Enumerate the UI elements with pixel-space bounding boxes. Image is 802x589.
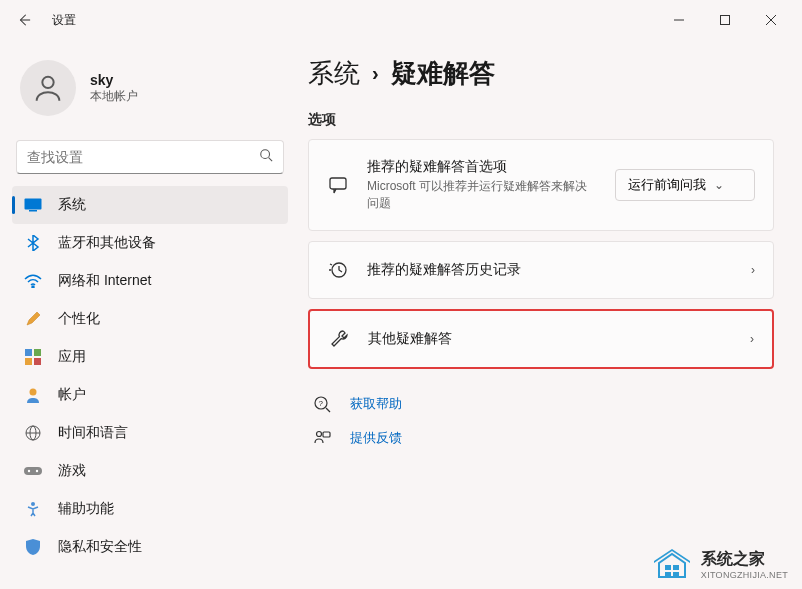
brush-icon xyxy=(24,310,42,328)
chevron-right-icon: › xyxy=(372,62,379,85)
svg-rect-12 xyxy=(25,358,32,365)
avatar xyxy=(20,60,76,116)
svg-rect-28 xyxy=(665,565,671,570)
svg-rect-11 xyxy=(34,349,41,356)
link-label: 提供反馈 xyxy=(350,429,402,447)
card-subtitle: Microsoft 可以推荐并运行疑难解答来解决问题 xyxy=(367,178,587,212)
svg-point-5 xyxy=(261,150,270,159)
chat-icon xyxy=(327,175,349,195)
gamepad-icon xyxy=(24,462,42,480)
breadcrumb: 系统 › 疑难解答 xyxy=(308,56,774,91)
chevron-down-icon: ⌄ xyxy=(714,178,724,192)
sidebar-item-label: 网络和 Internet xyxy=(58,272,151,290)
window-title: 设置 xyxy=(52,12,76,29)
shield-icon xyxy=(24,538,42,556)
wrench-icon xyxy=(328,329,350,349)
svg-point-21 xyxy=(31,502,35,506)
back-button[interactable] xyxy=(8,4,40,36)
watermark-text-cn: 系统之家 xyxy=(701,549,788,570)
search-icon xyxy=(259,148,273,166)
svg-rect-29 xyxy=(673,565,679,570)
section-options-label: 选项 xyxy=(308,111,774,129)
sidebar-item-label: 个性化 xyxy=(58,310,100,328)
sidebar-item-label: 时间和语言 xyxy=(58,424,128,442)
profile-name: sky xyxy=(90,72,138,88)
svg-point-26 xyxy=(317,432,322,437)
card-other-troubleshooters[interactable]: 其他疑难解答 › xyxy=(308,309,774,369)
sidebar-item-label: 辅助功能 xyxy=(58,500,114,518)
sidebar-item-label: 隐私和安全性 xyxy=(58,538,142,556)
sidebar-item-label: 游戏 xyxy=(58,462,86,480)
close-button[interactable] xyxy=(748,4,794,36)
globe-icon xyxy=(24,424,42,442)
sidebar-item-network[interactable]: 网络和 Internet xyxy=(12,262,288,300)
sidebar-item-personalization[interactable]: 个性化 xyxy=(12,300,288,338)
sidebar-item-label: 系统 xyxy=(58,196,86,214)
person-icon xyxy=(24,386,42,404)
sidebar-item-label: 蓝牙和其他设备 xyxy=(58,234,156,252)
preference-select[interactable]: 运行前询问我 ⌄ xyxy=(615,169,755,201)
sidebar-item-label: 应用 xyxy=(58,348,86,366)
svg-rect-13 xyxy=(34,358,41,365)
svg-point-9 xyxy=(32,286,34,288)
link-label: 获取帮助 xyxy=(350,395,402,413)
sidebar-item-label: 帐户 xyxy=(58,386,86,404)
svg-point-14 xyxy=(30,389,37,396)
access-icon xyxy=(24,500,42,518)
svg-rect-18 xyxy=(24,467,42,475)
help-icon: ? xyxy=(312,395,332,413)
feedback-link[interactable]: 提供反馈 xyxy=(308,423,774,453)
get-help-link[interactable]: ? 获取帮助 xyxy=(308,389,774,419)
watermark: 系统之家 XITONGZHIJIA.NET xyxy=(651,547,788,581)
sidebar-item-privacy[interactable]: 隐私和安全性 xyxy=(12,528,288,566)
svg-rect-31 xyxy=(673,572,679,577)
svg-rect-30 xyxy=(665,572,671,577)
card-title: 推荐的疑难解答历史记录 xyxy=(367,261,733,279)
card-history[interactable]: 推荐的疑难解答历史记录 › xyxy=(308,241,774,299)
apps-icon xyxy=(24,348,42,366)
maximize-button[interactable] xyxy=(702,4,748,36)
svg-rect-7 xyxy=(25,199,42,210)
svg-rect-22 xyxy=(330,178,346,189)
svg-point-19 xyxy=(28,470,30,472)
history-icon xyxy=(327,260,349,280)
breadcrumb-current: 疑难解答 xyxy=(391,56,495,91)
sidebar-item-time-language[interactable]: 时间和语言 xyxy=(12,414,288,452)
card-recommended-preferences: 推荐的疑难解答首选项 Microsoft 可以推荐并运行疑难解答来解决问题 运行… xyxy=(308,139,774,231)
user-profile[interactable]: sky 本地帐户 xyxy=(12,48,288,128)
sidebar-item-accessibility[interactable]: 辅助功能 xyxy=(12,490,288,528)
watermark-logo xyxy=(651,547,693,581)
search-input[interactable] xyxy=(27,149,259,165)
svg-line-6 xyxy=(269,158,273,162)
card-title: 推荐的疑难解答首选项 xyxy=(367,158,597,176)
watermark-text-en: XITONGZHIJIA.NET xyxy=(701,570,788,580)
svg-rect-8 xyxy=(29,210,37,212)
chevron-right-icon: › xyxy=(751,263,755,277)
minimize-button[interactable] xyxy=(656,4,702,36)
svg-rect-1 xyxy=(721,16,730,25)
breadcrumb-parent[interactable]: 系统 xyxy=(308,56,360,91)
feedback-icon xyxy=(312,429,332,447)
sidebar-item-apps[interactable]: 应用 xyxy=(12,338,288,376)
chevron-right-icon: › xyxy=(750,332,754,346)
profile-subtitle: 本地帐户 xyxy=(90,88,138,105)
sidebar-item-gaming[interactable]: 游戏 xyxy=(12,452,288,490)
card-title: 其他疑难解答 xyxy=(368,330,732,348)
sidebar-item-accounts[interactable]: 帐户 xyxy=(12,376,288,414)
svg-rect-10 xyxy=(25,349,32,356)
svg-point-4 xyxy=(42,77,53,88)
wifi-icon xyxy=(24,272,42,290)
sidebar-item-bluetooth[interactable]: 蓝牙和其他设备 xyxy=(12,224,288,262)
sidebar-item-system[interactable]: 系统 xyxy=(12,186,288,224)
svg-rect-27 xyxy=(323,432,330,437)
search-input-container[interactable] xyxy=(16,140,284,174)
select-value: 运行前询问我 xyxy=(628,176,706,194)
svg-point-20 xyxy=(36,470,38,472)
svg-text:?: ? xyxy=(319,399,324,408)
bluetooth-icon xyxy=(24,234,42,252)
display-icon xyxy=(24,196,42,214)
